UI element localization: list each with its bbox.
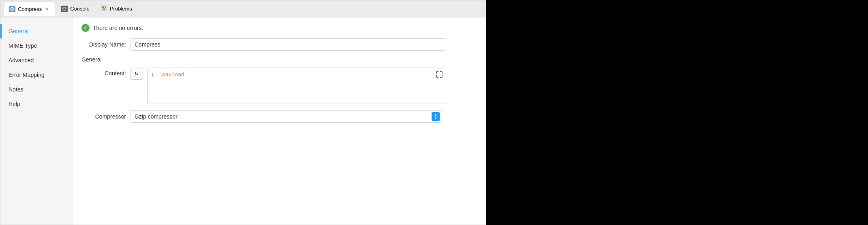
svg-line-4 [63,8,64,9]
compressor-row: Compressor Gzip compressor Deflate compr… [81,110,478,123]
svg-point-9 [103,8,105,11]
line-number: 1 [151,71,160,100]
tab-bar: Compress × Console [0,0,486,17]
expand-icon[interactable] [435,70,443,79]
sidebar-item-help[interactable]: Help [0,97,73,111]
tab-console[interactable]: Console [56,2,95,16]
main-content: General MIME Type Advanced Error Mapping… [0,17,486,225]
svg-rect-3 [63,7,66,11]
console-tab-icon [61,6,68,12]
code-editor[interactable]: 1 payload [147,68,446,104]
problems-tab-label: Problems [110,6,132,12]
general-section-title: General [81,56,478,63]
tab-compress[interactable]: Compress × [4,2,55,16]
status-icon: ✓ [81,24,90,32]
tab-problems[interactable]: Problems [96,2,137,16]
svg-point-7 [102,6,104,8]
compress-tab-close[interactable]: × [44,6,50,12]
display-name-label: Display Name: [81,41,126,48]
display-name-input[interactable] [130,38,446,51]
content-panel: ✓ There are no errors. Display Name: Gen… [73,17,486,225]
code-content: payload [160,71,184,100]
sidebar-item-general[interactable]: General [0,24,73,38]
console-tab-label: Console [70,6,90,12]
status-bar: ✓ There are no errors. [81,24,478,32]
sidebar-item-notes[interactable]: Notes [0,82,73,97]
svg-line-5 [64,8,66,9]
sidebar-item-mime-type[interactable]: MIME Type [0,38,73,53]
sidebar-item-advanced[interactable]: Advanced [0,53,73,68]
fx-icon: fx [135,70,138,77]
sidebar-item-error-mapping[interactable]: Error Mapping [0,68,73,82]
content-editor-row: Content: fx 1 payload [81,68,478,104]
status-message: There are no errors. [93,25,143,31]
compressor-select-wrapper: Gzip compressor Deflate compressor Brotl… [130,110,442,123]
fx-button[interactable]: fx [130,68,143,80]
compress-tab-icon [9,6,15,12]
compressor-select[interactable]: Gzip compressor Deflate compressor Brotl… [130,110,442,123]
content-label: Content: [81,68,126,76]
svg-point-8 [104,6,106,8]
display-name-row: Display Name: [81,38,478,51]
problems-tab-icon [101,5,107,13]
compress-tab-label: Compress [18,6,42,12]
compressor-label: Compressor [81,113,126,120]
sidebar: General MIME Type Advanced Error Mapping… [0,17,73,225]
